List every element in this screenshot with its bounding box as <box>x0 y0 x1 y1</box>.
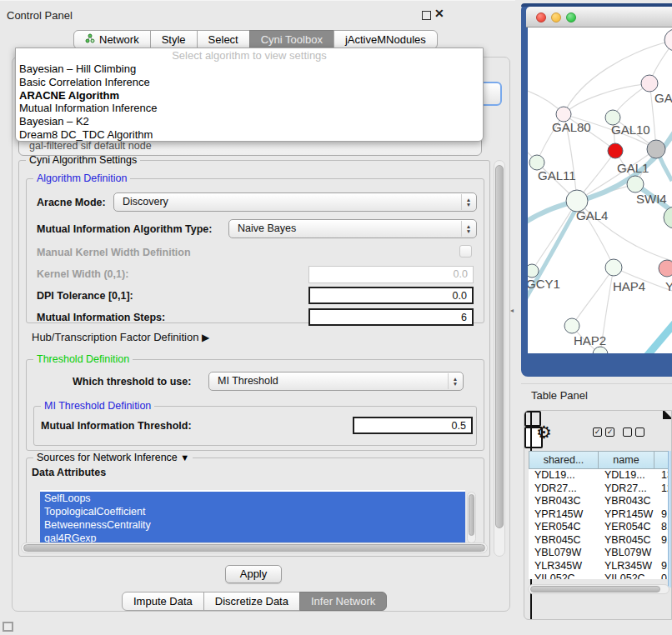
data-attribute-option[interactable]: TopologicalCoefficient <box>40 505 465 518</box>
algorithm-option[interactable]: ARACNE Algorithm <box>16 89 483 102</box>
settings-group-title: Cyni Algorithm Settings <box>26 154 140 166</box>
tab-select[interactable]: Select <box>197 30 250 49</box>
close-icon[interactable]: ✕ <box>434 7 444 20</box>
table-row[interactable]: YDL19...YDL19...13 <box>529 469 672 482</box>
mi-steps-field[interactable]: 6 <box>308 308 474 326</box>
network-node[interactable] <box>664 207 672 228</box>
mi-type-label: Mutual Information Algorithm Type: <box>37 223 212 235</box>
cyni-bottom-tabs: Impute Data Discretize Data Infer Networ… <box>122 592 387 611</box>
data-attribute-option[interactable]: BetweennessCentrality <box>40 518 465 532</box>
float-window-icon[interactable] <box>422 11 431 20</box>
network-node[interactable] <box>647 140 665 158</box>
table-row[interactable]: YLR345WYLR345W9. <box>529 560 672 573</box>
network-node-label: GAL4 <box>576 208 608 222</box>
table-cell: YBR043C <box>599 495 655 508</box>
algorithm-option[interactable]: Basic Correlation Inference <box>16 76 483 89</box>
network-node[interactable] <box>528 264 539 278</box>
collapsed-panel-icon[interactable] <box>3 622 13 632</box>
aracne-mode-combo[interactable]: Discovery ▲▼ <box>113 192 477 212</box>
control-panel-title: Control Panel <box>7 9 73 22</box>
tab-jactivemnodules[interactable]: jActiveMNodules <box>333 30 438 49</box>
table-vertical-scrollbar[interactable] <box>668 451 672 588</box>
network-edge[interactable] <box>643 318 672 353</box>
table-cell: YBR045C <box>599 534 655 548</box>
network-node[interactable] <box>627 176 644 192</box>
network-node[interactable] <box>593 347 608 353</box>
table-column-header[interactable]: shared... <box>529 451 599 469</box>
tab-cyni-toolbox[interactable]: Cyni Toolbox <box>249 30 334 49</box>
apply-button[interactable]: Apply <box>225 565 282 583</box>
data-attribute-option[interactable]: SelfLoops <box>40 492 465 505</box>
network-node[interactable] <box>641 75 658 92</box>
network-node-label: HAP2 <box>574 333 606 348</box>
network-node-label: GAL1 <box>617 161 649 175</box>
dpi-tolerance-field[interactable]: 0.0 <box>308 287 474 304</box>
window-minimize-button[interactable] <box>551 12 561 22</box>
table-row[interactable]: YIL052CYIL052C0. <box>529 572 672 579</box>
algorithm-option[interactable]: Mutual Information Inference <box>16 102 483 115</box>
network-node[interactable] <box>564 318 579 333</box>
network-node-label: HAP4 <box>613 279 645 293</box>
data-attributes-label: Data Attributes <box>32 467 106 478</box>
table-row[interactable]: YDR27...YDR27...12 <box>529 482 672 496</box>
tab-network-label: Network <box>99 31 139 48</box>
network-edge[interactable] <box>564 83 649 114</box>
algorithm-option[interactable]: Bayesian – K2 <box>16 115 483 128</box>
tab-network[interactable]: Network <box>73 30 151 49</box>
tab-discretize-data[interactable]: Discretize Data <box>203 592 300 611</box>
network-window-titlebar[interactable] <box>526 7 672 28</box>
table-column-header[interactable]: name <box>598 451 654 469</box>
table-row[interactable]: YBL079WYBL079W <box>529 547 672 560</box>
sources-group-title[interactable]: Sources for Network Inference ▼ <box>33 452 193 463</box>
table-cell: YDL19... <box>529 469 599 482</box>
tab-select-label: Select <box>208 31 238 48</box>
algorithm-option[interactable]: Dream8 DC_TDC Algorithm <box>16 128 483 142</box>
tab-style[interactable]: Style <box>150 30 198 49</box>
settings-horizontal-scrollbar[interactable] <box>21 542 488 553</box>
table-cell: YBR045C <box>529 534 599 548</box>
network-edge[interactable] <box>572 268 614 326</box>
table-cell: YDR27... <box>599 482 655 496</box>
mi-threshold-definition-group: MI Threshold Definition Mutual Informati… <box>33 406 477 446</box>
tab-infer-network[interactable]: Infer Network <box>299 592 387 611</box>
table-horizontal-scrollbar[interactable] <box>528 584 669 594</box>
network-node-label: GCY1 <box>528 277 560 291</box>
algorithm-definition-group: Algorithm Definition Aracne Mode: Discov… <box>26 178 484 323</box>
network-node[interactable] <box>605 259 622 276</box>
threshold-definition-title: Threshold Definition <box>33 353 133 365</box>
kernel-width-field[interactable]: 0.0 <box>308 266 474 283</box>
threshold-definition-group: Threshold Definition Which threshold to … <box>26 359 484 451</box>
network-node[interactable] <box>664 29 672 51</box>
panel-divider-handle[interactable]: ◂ <box>510 307 516 315</box>
settings-vertical-scrollbar[interactable] <box>494 160 505 557</box>
checked-boxes-icon[interactable]: ✓✓ <box>593 428 614 437</box>
table-cell: YER054C <box>599 521 655 534</box>
network-node[interactable] <box>608 143 623 158</box>
which-threshold-combo[interactable]: MI Threshold ▲▼ <box>208 372 464 391</box>
gear-icon[interactable]: ⚙ <box>536 422 552 442</box>
which-threshold-value: MI Threshold <box>218 375 278 387</box>
network-edge[interactable] <box>532 201 577 271</box>
manual-kernel-checkbox[interactable] <box>459 245 472 258</box>
window-close-button[interactable] <box>536 12 546 22</box>
algorithm-definition-title: Algorithm Definition <box>33 172 130 184</box>
table-cell: YDL19... <box>599 469 655 482</box>
table-row[interactable]: YBR043CYBR043C <box>529 495 672 508</box>
table-panel: ⚙ ✓✓ shared...nameA YDL19...YDL19...13YD… <box>524 410 672 620</box>
network-node[interactable] <box>659 260 672 277</box>
window-zoom-button[interactable] <box>566 12 576 22</box>
hub-definition-expander[interactable]: Hub/Transcription Factor Definition ▶ <box>32 331 209 343</box>
chevron-up-down-icon: ▲▼ <box>448 373 462 389</box>
algorithm-option[interactable]: Bayesian – Hill Climbing <box>16 62 483 76</box>
table-row[interactable]: YBR045CYBR045C9. <box>529 534 672 548</box>
tab-impute-data[interactable]: Impute Data <box>122 592 204 611</box>
unchecked-boxes-icon[interactable] <box>623 428 644 437</box>
attribute-list-scrollbar[interactable] <box>467 492 476 543</box>
mi-algorithm-type-combo[interactable]: Naive Bayes ▲▼ <box>228 219 477 238</box>
algorithm-options-list: Bayesian – Hill ClimbingBasic Correlatio… <box>16 62 483 142</box>
mi-threshold-field[interactable]: 0.5 <box>353 417 473 434</box>
table-row[interactable]: YER054CYER054C8. <box>529 521 672 534</box>
hub-definition-label: Hub/Transcription Factor Definition <box>32 331 198 343</box>
network-canvas[interactable]: GALGAL80GAL10GAL11GAL1SWI4GAL4GCY1HAP4YH… <box>528 28 672 353</box>
table-row[interactable]: YPR145WYPR145W9. <box>529 508 672 522</box>
